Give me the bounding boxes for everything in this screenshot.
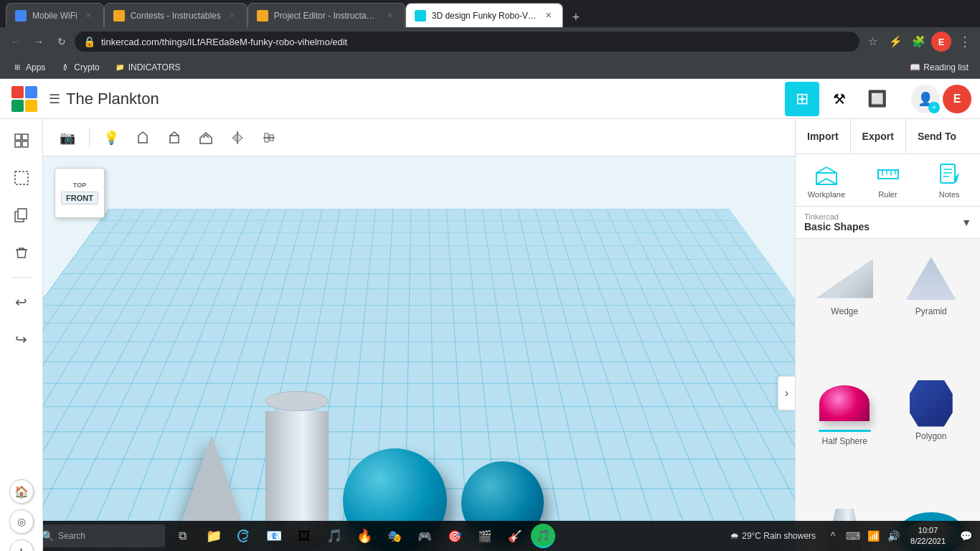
bookmark-indicators[interactable]: 📁 INDICATORS <box>108 59 187 76</box>
category-dropdown-btn[interactable]: ▼ <box>961 217 971 228</box>
camera-btn[interactable]: 📷 <box>55 125 80 151</box>
redo-btn[interactable]: ↪ <box>6 324 37 355</box>
taskbar-app1[interactable]: 🔥 <box>350 524 379 548</box>
bookmark-apps[interactable]: ⊞ Apps <box>6 59 51 76</box>
group-btn[interactable] <box>6 125 37 156</box>
import-button[interactable]: Import <box>796 119 851 154</box>
more-shapes-btn[interactable] <box>193 125 219 151</box>
new-tab-button[interactable]: + <box>566 7 586 27</box>
pyramid-visual <box>903 253 960 303</box>
view-cube[interactable]: TOP FRONT <box>55 168 112 225</box>
shape-polygon[interactable]: Polygon <box>888 369 975 499</box>
viewport-3d[interactable]: TOP FRONT Edit Grid Snap Grid: 1.0 mm ▲ … <box>43 156 795 551</box>
polygon-label: Polygon <box>915 431 946 441</box>
forward-button[interactable]: → <box>29 32 49 52</box>
menu-icon[interactable]: ☰ <box>49 91 60 107</box>
taskbar-search[interactable]: 🔍 Search <box>36 524 165 547</box>
tab-close-active-btn[interactable]: ✕ <box>544 10 554 22</box>
weather-widget[interactable]: 🌧 29°C Rain showers <box>725 531 821 541</box>
back-button[interactable]: ← <box>6 32 26 52</box>
export-button[interactable]: Export <box>851 119 906 154</box>
bookmark-star-btn[interactable]: ☆ <box>862 32 882 52</box>
tab-label: Mobile WiFi <box>32 11 77 21</box>
home-nav-btn[interactable]: 🏠 <box>9 479 34 504</box>
tab-mobile-wifi[interactable]: Mobile WiFi ✕ <box>6 3 104 27</box>
taskbar-app4[interactable]: 🎯 <box>440 524 469 548</box>
browser-menu-btn[interactable]: ⋮ <box>954 32 974 52</box>
home-dashboard-btn[interactable]: ⊞ <box>785 82 819 116</box>
notes-label: Notes <box>939 190 960 199</box>
taskbar-mail[interactable]: 📧 <box>260 524 288 548</box>
tray-network-icon[interactable]: 📶 <box>864 527 882 545</box>
tab-tinkercad-active[interactable]: 3D design Funky Robo-Vihelmo ✕ <box>405 3 563 27</box>
header-right: ⊞ ⚒ 🔲 👤 + E <box>785 82 971 116</box>
align-btn[interactable] <box>256 125 282 151</box>
simulate-btn[interactable]: 🔲 <box>859 82 894 116</box>
extensions-btn[interactable]: 🧩 <box>908 32 928 52</box>
zoom-in-btn[interactable]: + <box>9 540 34 551</box>
reading-list-button[interactable]: 📖 Reading list <box>904 60 974 75</box>
light-btn[interactable]: 💡 <box>98 125 124 151</box>
taskbar-app2[interactable]: 🎭 <box>380 524 409 548</box>
user-profile-btn[interactable]: E <box>943 85 971 113</box>
taskbar-media[interactable]: 🎵 <box>320 524 349 548</box>
ungroup-btn[interactable] <box>6 162 37 194</box>
mirror-btn[interactable] <box>225 125 250 151</box>
performance-btn[interactable]: ⚡ <box>885 32 905 52</box>
tab-close-btn[interactable]: ✕ <box>227 10 238 22</box>
tab-instructables-contests[interactable]: Contests - Instructables ✕ <box>104 3 248 27</box>
tab-close-btn[interactable]: ✕ <box>83 10 95 22</box>
cylinder-body <box>265 411 329 537</box>
notification-btn[interactable]: 💬 <box>954 524 977 547</box>
project-title[interactable]: The Plankton <box>66 90 159 108</box>
task-view-btn[interactable]: ⧉ <box>166 524 198 548</box>
reading-list-label: Reading list <box>923 62 969 72</box>
tinkercad-logo[interactable] <box>9 83 40 115</box>
shape-pyramid[interactable]: Pyramid <box>888 245 975 369</box>
tray-arrow-btn[interactable]: ^ <box>824 527 842 545</box>
tinkercad-header: ☰ The Plankton ⊞ ⚒ 🔲 👤 + E <box>0 79 980 119</box>
taskbar-app6[interactable]: 🎸 <box>501 524 529 548</box>
tab-project-editor[interactable]: Project Editor - Instructables ✕ <box>248 3 405 27</box>
taskbar-photos[interactable]: 🖼 <box>290 524 319 548</box>
ruler-icon <box>875 161 901 187</box>
tinkercad-app: ☰ The Plankton ⊞ ⚒ 🔲 👤 + E <box>0 79 980 551</box>
duplicate-btn[interactable] <box>6 199 37 231</box>
tab-close-btn[interactable]: ✕ <box>385 10 396 22</box>
taskbar-app5[interactable]: 🎬 <box>471 524 499 548</box>
address-bar[interactable]: 🔒 tinkercad.com/things/ILfAREda8eM-funky… <box>75 32 859 52</box>
add-user-btn[interactable]: 👤 + <box>911 85 940 113</box>
send-to-button[interactable]: Send To <box>906 119 968 154</box>
tray-keyboard-icon[interactable]: ⌨ <box>844 527 862 545</box>
system-clock[interactable]: 10:07 8/22/2021 <box>905 525 951 547</box>
shape-category-label: Basic Shapes <box>804 221 870 232</box>
undo-btn[interactable]: ↩ <box>6 286 37 318</box>
bookmark-crypto[interactable]: ₿ Crypto <box>54 59 105 76</box>
svg-line-13 <box>816 167 826 173</box>
build-btn[interactable]: ⚒ <box>822 82 857 116</box>
apps-icon: ⊞ <box>11 62 23 73</box>
toolbar-top-section <box>6 125 37 268</box>
orbit-btn[interactable]: ◎ <box>9 509 34 534</box>
shape-half-sphere[interactable]: Half Sphere <box>801 369 888 499</box>
taskbar-app3[interactable]: 🎮 <box>410 524 439 548</box>
taskbar-edge[interactable] <box>230 524 258 548</box>
svg-rect-7 <box>170 136 179 143</box>
tab-bar: Mobile WiFi ✕ Contests - Instructables ✕… <box>0 0 980 27</box>
taskbar-file-explorer[interactable]: 📁 <box>199 524 228 548</box>
wedge-shape <box>816 259 873 298</box>
snap-btn[interactable] <box>130 125 156 151</box>
taskbar-spotify[interactable]: 🎵 <box>531 524 555 548</box>
notes-panel-btn[interactable]: Notes <box>918 154 980 206</box>
delete-btn[interactable] <box>6 237 37 268</box>
ruler-btn[interactable]: Ruler <box>857 154 919 206</box>
shape-wedge[interactable]: Wedge <box>801 245 888 369</box>
tray-volume-icon[interactable]: 🔊 <box>885 527 902 545</box>
reload-button[interactable]: ↻ <box>52 32 72 52</box>
profile-button[interactable]: E <box>931 32 951 52</box>
panel-toggle-arrow[interactable]: › <box>778 376 795 410</box>
svg-rect-22 <box>941 164 955 183</box>
workplane-btn[interactable]: Workplane <box>796 154 857 206</box>
toolbar-divider-1 <box>11 277 32 278</box>
shape-tool-btn[interactable] <box>161 125 187 151</box>
